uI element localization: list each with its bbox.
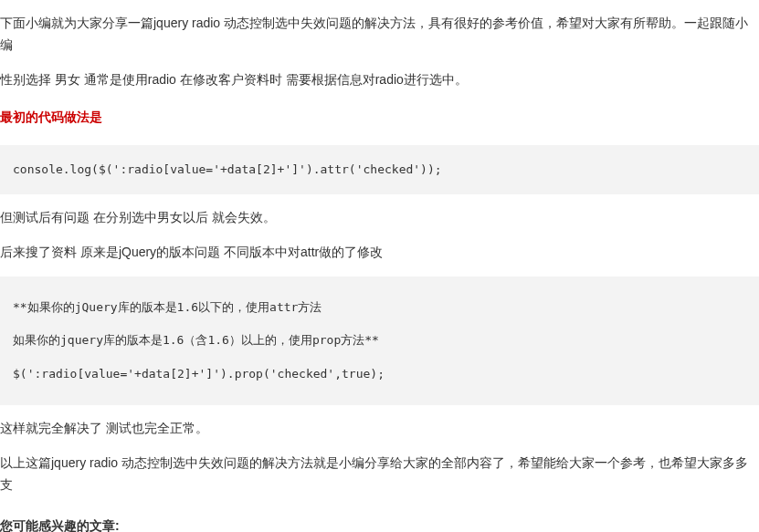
paragraph-1: 性别选择 男女 通常是使用radio 在修改客户资料时 需要根据信息对radio… [0,69,759,91]
related-articles-title: 您可能感兴趣的文章: [0,516,759,532]
heading-initial-code: 最初的代码做法是 [0,107,759,129]
paragraph-3: 后来搜了资料 原来是jQuery的版本问题 不同版本中对attr做的了修改 [0,242,759,264]
code-block-1: console.log($(':radio[value='+data[2]+']… [0,145,759,194]
code-line-2: 如果你的jquery库的版本是1.6（含1.6）以上的，使用prop方法** [13,324,746,357]
code-block-2: **如果你的jQuery库的版本是1.6以下的，使用attr方法 如果你的jqu… [0,276,759,405]
article-content: 下面小编就为大家分享一篇jquery radio 动态控制选中失效问题的解决方法… [0,13,759,532]
intro-paragraph: 下面小编就为大家分享一篇jquery radio 动态控制选中失效问题的解决方法… [0,13,759,57]
paragraph-5: 以上这篇jquery radio 动态控制选中失效问题的解决方法就是小编分享给大… [0,453,759,496]
code-line-3: $(':radio[value='+data[2]+']').prop('che… [13,358,746,391]
paragraph-4: 这样就完全解决了 测试也完全正常。 [0,418,759,440]
code-line-1: **如果你的jQuery库的版本是1.6以下的，使用attr方法 [13,291,746,324]
paragraph-2: 但测试后有问题 在分别选中男女以后 就会失效。 [0,207,759,229]
